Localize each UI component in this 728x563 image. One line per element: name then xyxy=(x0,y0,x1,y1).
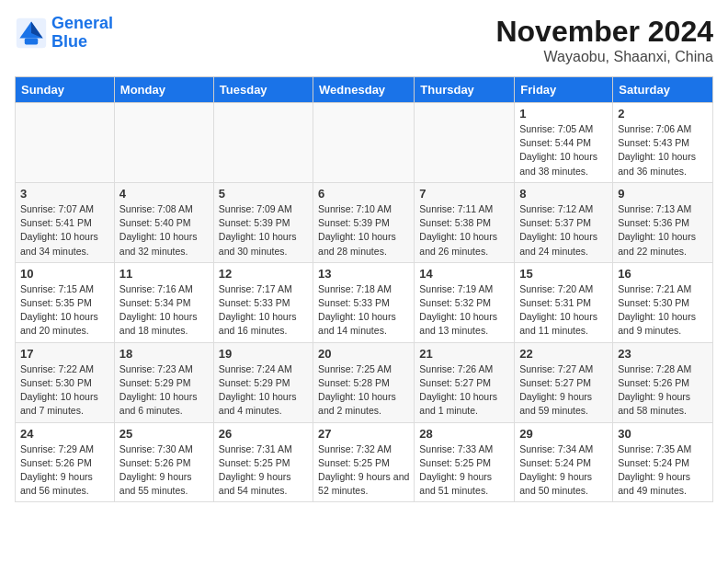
calendar-cell: 20Sunrise: 7:25 AM Sunset: 5:28 PM Dayli… xyxy=(313,342,415,422)
day-detail: Sunrise: 7:05 AM Sunset: 5:44 PM Dayligh… xyxy=(519,122,608,178)
day-detail: Sunrise: 7:20 AM Sunset: 5:31 PM Dayligh… xyxy=(519,282,608,339)
day-number: 26 xyxy=(219,427,308,441)
calendar-cell: 3Sunrise: 7:07 AM Sunset: 5:41 PM Daylig… xyxy=(16,182,115,262)
calendar-cell: 11Sunrise: 7:16 AM Sunset: 5:34 PM Dayli… xyxy=(114,262,213,342)
day-detail: Sunrise: 7:19 AM Sunset: 5:32 PM Dayligh… xyxy=(419,282,509,339)
weekday-header-sunday: Sunday xyxy=(16,77,115,103)
calendar-cell: 6Sunrise: 7:10 AM Sunset: 5:39 PM Daylig… xyxy=(313,182,415,262)
calendar-cell: 24Sunrise: 7:29 AM Sunset: 5:26 PM Dayli… xyxy=(16,422,115,502)
calendar-cell xyxy=(213,103,313,183)
calendar-cell xyxy=(415,103,515,183)
day-detail: Sunrise: 7:33 AM Sunset: 5:25 PM Dayligh… xyxy=(419,442,509,499)
day-number: 12 xyxy=(219,267,308,281)
day-detail: Sunrise: 7:25 AM Sunset: 5:28 PM Dayligh… xyxy=(318,362,409,419)
calendar-table: SundayMondayTuesdayWednesdayThursdayFrid… xyxy=(15,76,713,502)
calendar-week-5: 24Sunrise: 7:29 AM Sunset: 5:26 PM Dayli… xyxy=(16,422,713,502)
weekday-header-monday: Monday xyxy=(114,77,213,103)
day-number: 23 xyxy=(618,347,708,361)
day-number: 25 xyxy=(119,427,209,441)
weekday-header-thursday: Thursday xyxy=(415,77,515,103)
calendar-cell: 28Sunrise: 7:33 AM Sunset: 5:25 PM Dayli… xyxy=(415,422,515,502)
day-detail: Sunrise: 7:09 AM Sunset: 5:39 PM Dayligh… xyxy=(219,202,308,259)
day-number: 3 xyxy=(20,187,109,201)
calendar-cell: 27Sunrise: 7:32 AM Sunset: 5:25 PM Dayli… xyxy=(313,422,415,502)
calendar-cell: 10Sunrise: 7:15 AM Sunset: 5:35 PM Dayli… xyxy=(16,262,115,342)
day-number: 17 xyxy=(20,347,109,361)
day-detail: Sunrise: 7:28 AM Sunset: 5:26 PM Dayligh… xyxy=(618,362,708,419)
day-detail: Sunrise: 7:15 AM Sunset: 5:35 PM Dayligh… xyxy=(20,282,109,339)
day-detail: Sunrise: 7:21 AM Sunset: 5:30 PM Dayligh… xyxy=(618,282,708,339)
calendar-cell: 12Sunrise: 7:17 AM Sunset: 5:33 PM Dayli… xyxy=(213,262,313,342)
day-number: 10 xyxy=(20,267,109,281)
day-number: 7 xyxy=(419,187,509,201)
location: Wayaobu, Shaanxi, China xyxy=(495,49,713,65)
day-number: 11 xyxy=(119,267,209,281)
day-detail: Sunrise: 7:12 AM Sunset: 5:37 PM Dayligh… xyxy=(519,202,608,259)
weekday-header-wednesday: Wednesday xyxy=(313,77,415,103)
day-detail: Sunrise: 7:34 AM Sunset: 5:24 PM Dayligh… xyxy=(519,442,608,499)
calendar-cell: 8Sunrise: 7:12 AM Sunset: 5:37 PM Daylig… xyxy=(515,182,613,262)
day-number: 2 xyxy=(618,107,708,121)
calendar-cell: 22Sunrise: 7:27 AM Sunset: 5:27 PM Dayli… xyxy=(515,342,613,422)
calendar-week-1: 1Sunrise: 7:05 AM Sunset: 5:44 PM Daylig… xyxy=(16,103,713,183)
svg-rect-3 xyxy=(25,38,38,44)
calendar-cell: 5Sunrise: 7:09 AM Sunset: 5:39 PM Daylig… xyxy=(213,182,313,262)
calendar-week-3: 10Sunrise: 7:15 AM Sunset: 5:35 PM Dayli… xyxy=(16,262,713,342)
calendar-cell xyxy=(313,103,415,183)
day-detail: Sunrise: 7:29 AM Sunset: 5:26 PM Dayligh… xyxy=(20,442,109,499)
day-number: 18 xyxy=(119,347,209,361)
calendar-cell: 1Sunrise: 7:05 AM Sunset: 5:44 PM Daylig… xyxy=(515,103,613,183)
calendar-cell: 30Sunrise: 7:35 AM Sunset: 5:24 PM Dayli… xyxy=(613,422,713,502)
calendar-cell: 18Sunrise: 7:23 AM Sunset: 5:29 PM Dayli… xyxy=(114,342,213,422)
day-number: 24 xyxy=(20,427,109,441)
day-number: 14 xyxy=(419,267,509,281)
calendar-cell: 23Sunrise: 7:28 AM Sunset: 5:26 PM Dayli… xyxy=(613,342,713,422)
day-detail: Sunrise: 7:08 AM Sunset: 5:40 PM Dayligh… xyxy=(119,202,209,259)
page-header: General Blue November 2024 Wayaobu, Shaa… xyxy=(15,15,713,65)
month-title: November 2024 xyxy=(495,15,713,49)
calendar-cell: 4Sunrise: 7:08 AM Sunset: 5:40 PM Daylig… xyxy=(114,182,213,262)
calendar-cell: 15Sunrise: 7:20 AM Sunset: 5:31 PM Dayli… xyxy=(515,262,613,342)
logo-line1: General xyxy=(51,14,113,32)
calendar-cell: 7Sunrise: 7:11 AM Sunset: 5:38 PM Daylig… xyxy=(415,182,515,262)
day-detail: Sunrise: 7:06 AM Sunset: 5:43 PM Dayligh… xyxy=(618,122,708,178)
calendar-cell: 21Sunrise: 7:26 AM Sunset: 5:27 PM Dayli… xyxy=(415,342,515,422)
day-detail: Sunrise: 7:11 AM Sunset: 5:38 PM Dayligh… xyxy=(419,202,509,259)
day-number: 5 xyxy=(219,187,308,201)
day-number: 15 xyxy=(519,267,608,281)
weekday-header-friday: Friday xyxy=(515,77,613,103)
day-number: 30 xyxy=(618,427,708,441)
calendar-cell: 14Sunrise: 7:19 AM Sunset: 5:32 PM Dayli… xyxy=(415,262,515,342)
calendar-week-4: 17Sunrise: 7:22 AM Sunset: 5:30 PM Dayli… xyxy=(16,342,713,422)
day-detail: Sunrise: 7:32 AM Sunset: 5:25 PM Dayligh… xyxy=(318,442,409,499)
day-number: 21 xyxy=(419,347,509,361)
title-block: November 2024 Wayaobu, Shaanxi, China xyxy=(495,15,713,65)
day-detail: Sunrise: 7:18 AM Sunset: 5:33 PM Dayligh… xyxy=(318,282,409,339)
logo-icon xyxy=(15,17,48,50)
day-number: 4 xyxy=(119,187,209,201)
day-detail: Sunrise: 7:26 AM Sunset: 5:27 PM Dayligh… xyxy=(419,362,509,419)
day-detail: Sunrise: 7:31 AM Sunset: 5:25 PM Dayligh… xyxy=(219,442,308,499)
calendar-week-2: 3Sunrise: 7:07 AM Sunset: 5:41 PM Daylig… xyxy=(16,182,713,262)
day-number: 22 xyxy=(519,347,608,361)
day-number: 6 xyxy=(318,187,409,201)
day-number: 19 xyxy=(219,347,308,361)
day-number: 1 xyxy=(519,107,608,121)
calendar-cell: 19Sunrise: 7:24 AM Sunset: 5:29 PM Dayli… xyxy=(213,342,313,422)
calendar-cell: 2Sunrise: 7:06 AM Sunset: 5:43 PM Daylig… xyxy=(613,103,713,183)
weekday-header-tuesday: Tuesday xyxy=(213,77,313,103)
day-detail: Sunrise: 7:35 AM Sunset: 5:24 PM Dayligh… xyxy=(618,442,708,499)
day-detail: Sunrise: 7:13 AM Sunset: 5:36 PM Dayligh… xyxy=(618,202,708,259)
calendar-cell: 25Sunrise: 7:30 AM Sunset: 5:26 PM Dayli… xyxy=(114,422,213,502)
day-detail: Sunrise: 7:16 AM Sunset: 5:34 PM Dayligh… xyxy=(119,282,209,339)
day-number: 29 xyxy=(519,427,608,441)
day-detail: Sunrise: 7:24 AM Sunset: 5:29 PM Dayligh… xyxy=(219,362,308,419)
calendar-cell: 9Sunrise: 7:13 AM Sunset: 5:36 PM Daylig… xyxy=(613,182,713,262)
day-detail: Sunrise: 7:22 AM Sunset: 5:30 PM Dayligh… xyxy=(20,362,109,419)
day-number: 8 xyxy=(519,187,608,201)
calendar-cell: 17Sunrise: 7:22 AM Sunset: 5:30 PM Dayli… xyxy=(16,342,115,422)
day-detail: Sunrise: 7:30 AM Sunset: 5:26 PM Dayligh… xyxy=(119,442,209,499)
logo: General Blue xyxy=(15,15,113,52)
day-number: 13 xyxy=(318,267,409,281)
logo-text: General Blue xyxy=(51,15,113,52)
